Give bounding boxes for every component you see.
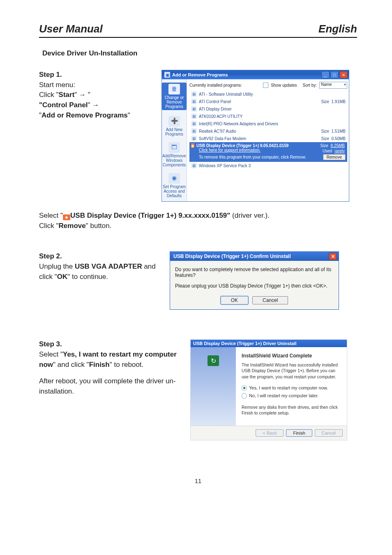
list-item[interactable]: ▦Windows XP Service Pack 3 [189, 162, 347, 169]
list-item[interactable]: ▦Realtek AC'97 AudioSize 1.51MB [189, 127, 347, 135]
radio-icon [242, 385, 247, 391]
dialog-message-1: Do you want to completely remove the sel… [175, 267, 334, 278]
ok-button[interactable]: OK [221, 296, 248, 304]
selected-program[interactable]: ◈ USB Display Device (Trigger 1+) 9.05.0… [189, 142, 347, 153]
list-item[interactable]: ▦ATI - Software Uninstall Utility [189, 90, 347, 98]
window-icon: ▣ [164, 72, 170, 78]
driver-uninstall-wizard: USB Display Device (Trigger 1+) Driver U… [190, 339, 347, 440]
program-list: ▦ATI - Software Uninstall Utility ▦ATI C… [189, 90, 347, 169]
sidebar: 🗑 Change or Remove Programs ➕ Add New Pr… [162, 79, 187, 201]
program-icon: ▦ [191, 113, 197, 119]
sidebar-change-remove[interactable]: 🗑 Change or Remove Programs [162, 83, 187, 110]
program-icon: ◈ [191, 143, 194, 148]
remove-button[interactable]: Remove [323, 154, 346, 160]
step3-label: Step 3. [39, 339, 183, 350]
list-item[interactable]: ▦Intel(R) PRO Network Adapters and Drive… [189, 120, 347, 127]
minimize-button[interactable]: _ [321, 71, 330, 78]
section-heading: Device Driver Un-Installation [42, 49, 357, 58]
doc-language: English [318, 23, 357, 35]
remove-row: To remove this program from your compute… [189, 153, 347, 162]
window-title: Add or Remove Programs [172, 72, 321, 77]
close-button[interactable]: ✕ [339, 71, 348, 78]
window-titlebar: ▣ Add or Remove Programs _ □ ✕ [162, 70, 349, 79]
step1-line3: "Control Panel" → [39, 100, 154, 111]
step3-after: After reboot, you will complete the driv… [39, 376, 183, 396]
step3-text: Step 3. Select "Yes, I want to restart m… [39, 339, 183, 396]
restart-later-radio[interactable]: No, I will restart my computer later. [242, 393, 341, 398]
step2-label: Step 2. [39, 251, 162, 262]
maximize-button[interactable]: □ [330, 71, 339, 78]
show-updates-checkbox[interactable] [263, 83, 268, 88]
wizard-paragraph: The InstallShield Wizard has successfull… [242, 362, 341, 380]
close-button[interactable]: ✕ [329, 253, 337, 260]
program-list-header: Currently installed programs: Show updat… [189, 82, 347, 89]
list-item[interactable]: ▦SoftV92 Data Fax ModemSize 0.50MB [189, 135, 347, 142]
program-icon: ▦ [191, 163, 197, 168]
document-header: User Manual English [39, 23, 357, 38]
step1-continuation: Select "◈USB Display Device (Trigger 1+)… [39, 211, 357, 231]
add-new-icon: ➕ [168, 116, 180, 127]
step1-label: Step 1. [39, 70, 154, 80]
cancel-button: Cancel [315, 429, 343, 437]
sidebar-windows-components[interactable]: 🗔 Add/Remove Windows Components [162, 142, 187, 167]
program-icon: ▦ [191, 136, 197, 141]
sortby-select[interactable]: Name [319, 82, 347, 89]
wizard-side-graphic: ↻ [191, 347, 236, 426]
program-icon: ▦ [191, 99, 197, 104]
step2-text: Step 2. Unplug the USB VGA ADAPTER and c… [39, 251, 162, 282]
set-defaults-icon: ◉ [168, 173, 180, 184]
radio-icon [242, 393, 247, 398]
dialog-titlebar: USB Display Device (Trigger 1+) Confirm … [170, 252, 339, 261]
list-item[interactable]: ▦ATI Control PanelSize 1.91MB [189, 98, 347, 105]
list-item[interactable]: ▦ATI Display Driver [189, 105, 347, 113]
step1-line2: Click "Start" → " [39, 90, 154, 100]
wizard-titlebar: USB Display Device (Trigger 1+) Driver U… [191, 340, 347, 347]
list-item[interactable]: ▦ATK0100 ACPI UTILITY [189, 113, 347, 120]
program-icon: ▦ [191, 106, 197, 112]
wizard-heading: InstallShield Wizard Complete [242, 353, 341, 359]
sidebar-add-new[interactable]: ➕ Add New Programs [162, 116, 187, 136]
installshield-icon: ↻ [208, 355, 219, 366]
program-icon: ▦ [191, 121, 197, 127]
page-number: 11 [39, 477, 357, 484]
program-icon: ▦ [191, 91, 197, 97]
sidebar-set-defaults[interactable]: ◉ Set Program Access and Defaults [162, 173, 187, 198]
installed-label: Currently installed programs: [189, 83, 261, 88]
doc-title: User Manual [39, 23, 103, 35]
windows-components-icon: 🗔 [168, 142, 180, 153]
program-icon: ▦ [191, 128, 197, 134]
step1-line1: Start menu: [39, 80, 154, 90]
step1-text: Step 1. Start menu: Click "Start" → " "C… [39, 70, 154, 120]
show-updates-label: Show updates [271, 83, 297, 88]
wizard-tail: Remove any disks from their drives, and … [242, 404, 341, 416]
restart-now-radio[interactable]: Yes, I want to restart my computer now. [242, 385, 341, 391]
change-remove-icon: 🗑 [168, 84, 180, 94]
confirm-uninstall-dialog: USB Display Device (Trigger 1+) Confirm … [170, 251, 339, 310]
dialog-title: USB Display Device (Trigger 1+) Confirm … [173, 253, 329, 259]
sortby-label: Sort by: [303, 83, 317, 88]
cancel-button[interactable]: Cancel [252, 296, 288, 304]
usb-display-icon: ◈ [63, 214, 70, 220]
selected-program-name: USB Display Device (Trigger 1+) 9.05.042… [196, 143, 288, 148]
dialog-message-2: Please unplug your USB Display Device (T… [175, 283, 334, 289]
finish-button[interactable]: Finish [286, 429, 312, 437]
back-button: < Back [256, 429, 284, 437]
step1-line4: "Add or Remove Programs" [39, 111, 154, 121]
add-remove-programs-window: ▣ Add or Remove Programs _ □ ✕ 🗑 Change … [161, 70, 349, 202]
